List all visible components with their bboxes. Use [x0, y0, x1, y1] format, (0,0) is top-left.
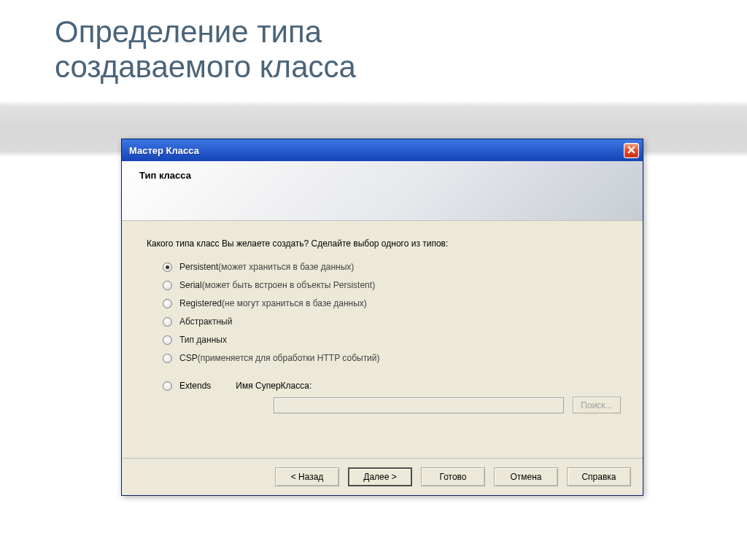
cancel-button[interactable]: Отмена — [494, 467, 558, 486]
radio-option-extends[interactable]: Extends Имя СуперКласса: — [163, 381, 621, 391]
close-icon — [627, 145, 635, 156]
wizard-dialog: Мастер Класса Тип класса Какого типа кла… — [121, 139, 643, 496]
close-button[interactable] — [624, 143, 639, 158]
radio-option-registered[interactable]: Registered (не могут храниться в базе да… — [163, 298, 621, 308]
slide-title: Определение типа создаваемого класса — [55, 15, 356, 85]
radio-icon — [163, 354, 172, 363]
radio-icon — [163, 381, 172, 391]
radio-option-abstract[interactable]: Абстрактный — [163, 316, 621, 327]
prompt-text: Какого типа класс Вы желаете создать? Сд… — [147, 238, 621, 249]
radio-hint: (не могут храниться в базе данных) — [222, 298, 367, 308]
radio-icon — [163, 281, 172, 290]
browse-button[interactable]: Поиск... — [573, 397, 621, 413]
radio-hint: (может храниться в базе данных) — [218, 262, 354, 272]
superclass-input[interactable] — [274, 397, 564, 413]
radio-label: Persistent — [179, 262, 218, 272]
titlebar[interactable]: Мастер Класса — [122, 139, 643, 161]
radio-icon — [163, 299, 172, 308]
finish-button[interactable]: Готово — [421, 467, 485, 486]
radio-label: Extends — [179, 381, 211, 391]
back-button[interactable]: < Назад — [275, 467, 339, 486]
radio-icon — [163, 317, 172, 327]
header-panel: Тип класса — [122, 161, 643, 221]
superclass-label: Имя СуперКласса: — [236, 381, 311, 391]
radio-group: Persistent (может храниться в базе данны… — [163, 262, 621, 363]
radio-option-serial[interactable]: Serial (может быть встроен в объекты Per… — [163, 280, 621, 290]
radio-option-datatype[interactable]: Тип данных — [163, 335, 621, 345]
radio-label: Serial — [179, 280, 202, 290]
radio-option-persistent[interactable]: Persistent (может храниться в базе данны… — [163, 262, 621, 272]
radio-label: Registered — [179, 298, 222, 308]
button-bar: < Назад Далее > Готово Отмена Справка — [122, 458, 643, 486]
radio-label: Тип данных — [179, 335, 227, 345]
titlebar-text: Мастер Класса — [129, 145, 199, 156]
help-button[interactable]: Справка — [567, 467, 631, 486]
body-panel: Какого типа класс Вы желаете создать? Сд… — [122, 221, 643, 413]
radio-icon — [163, 335, 172, 345]
next-button[interactable]: Далее > — [348, 467, 412, 486]
radio-hint: (применяется для обработки HTTP событий) — [198, 353, 380, 363]
radio-option-csp[interactable]: CSP (применяется для обработки HTTP собы… — [163, 353, 621, 363]
radio-label: Абстрактный — [179, 316, 232, 327]
slide-title-line1: Определение типа — [55, 15, 322, 49]
radio-icon — [163, 262, 172, 272]
radio-hint: (может быть встроен в объекты Persistent… — [202, 280, 375, 290]
slide-title-line2: создаваемого класса — [55, 50, 356, 84]
superclass-field-row: Поиск... — [274, 397, 621, 413]
radio-label: CSP — [179, 353, 198, 363]
header-label: Тип класса — [139, 170, 191, 181]
